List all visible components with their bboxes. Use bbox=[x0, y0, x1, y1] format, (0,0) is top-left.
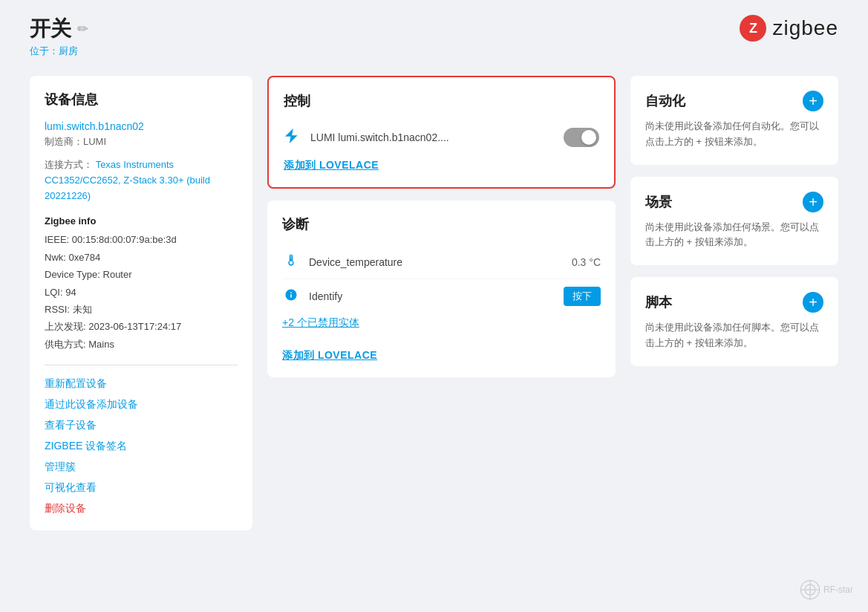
rssi-row: RSSI: 未知 bbox=[45, 301, 238, 318]
toggle-track bbox=[564, 128, 599, 147]
power-source-row: 供电方式: Mains bbox=[45, 336, 238, 353]
manage-clusters-link[interactable]: 管理簇 bbox=[45, 460, 238, 474]
view-children-link[interactable]: 查看子设备 bbox=[45, 419, 238, 432]
ieee-row: IEEE: 00:15:8d:00:07:9a:be:3d bbox=[45, 231, 238, 248]
automation-card-header: 自动化 + bbox=[645, 91, 823, 111]
identify-button[interactable]: 按下 bbox=[564, 287, 601, 306]
watermark-text: RF-star bbox=[823, 585, 853, 595]
control-title: 控制 bbox=[284, 92, 599, 110]
disabled-entities-link[interactable]: +2 个已禁用实体 bbox=[282, 316, 601, 330]
right-panel: 自动化 + 尚未使用此设备添加任何自动化。您可以点击上方的 + 按钮来添加。 场… bbox=[630, 76, 838, 366]
identify-row: Identify 按下 bbox=[282, 279, 601, 313]
rfstar-icon bbox=[800, 579, 820, 600]
device-info-card: 设备信息 lumi.switch.b1nacn02 制造商：LUMI 连接方式：… bbox=[30, 76, 252, 530]
zigbee-signature-link[interactable]: ZIGBEE 设备签名 bbox=[45, 440, 238, 453]
main-layout: 设备信息 lumi.switch.b1nacn02 制造商：LUMI 连接方式：… bbox=[30, 76, 838, 530]
visualize-link[interactable]: 可视化查看 bbox=[45, 481, 238, 495]
add-script-button[interactable]: + bbox=[803, 292, 823, 313]
toggle-switch[interactable] bbox=[564, 128, 599, 147]
reconfigure-link[interactable]: 重新配置设备 bbox=[45, 377, 238, 391]
scene-card: 场景 + 尚未使用此设备添加任何场景。您可以点击上方的 + 按钮来添加。 bbox=[630, 177, 838, 266]
control-switch-label: LUMI lumi.switch.b1nacn02.... bbox=[310, 131, 555, 143]
control-card: 控制 LUMI lumi.switch.b1nacn02.... 添加到 LOV… bbox=[267, 76, 616, 189]
identify-icon bbox=[282, 288, 300, 305]
lqi-row: LQI: 94 bbox=[45, 284, 238, 301]
add-automation-button[interactable]: + bbox=[803, 91, 823, 111]
thermometer-icon bbox=[282, 253, 300, 271]
last-seen-row: 上次发现: 2023-06-13T17:24:17 bbox=[45, 318, 238, 335]
delete-device-link[interactable]: 删除设备 bbox=[45, 502, 238, 515]
automation-description: 尚未使用此设备添加任何自动化。您可以点击上方的 + 按钮来添加。 bbox=[645, 119, 823, 150]
zigbee-logo: Z zigbee bbox=[740, 15, 838, 42]
script-card: 脚本 + 尚未使用此设备添加任何脚本。您可以点击上方的 + 按钮来添加。 bbox=[630, 277, 838, 366]
automation-title: 自动化 bbox=[645, 92, 685, 110]
scene-card-header: 场景 + bbox=[645, 192, 823, 212]
control-row: LUMI lumi.switch.b1nacn02.... bbox=[284, 122, 599, 153]
zigbee-brand-text: zigbee bbox=[772, 16, 838, 40]
add-lovelace-control-link[interactable]: 添加到 LOVELACE bbox=[284, 159, 379, 172]
divider bbox=[45, 365, 238, 365]
device-type-row: Device Type: Router bbox=[45, 266, 238, 283]
add-scene-button[interactable]: + bbox=[803, 192, 823, 212]
script-card-header: 脚本 + bbox=[645, 292, 823, 313]
script-title: 脚本 bbox=[645, 293, 672, 311]
scene-title: 场景 bbox=[645, 193, 672, 211]
page-title: 开关 bbox=[30, 15, 71, 43]
connection-info: 连接方式： Texas Instruments CC1352/CC2652, Z… bbox=[45, 157, 238, 204]
script-description: 尚未使用此设备添加任何脚本。您可以点击上方的 + 按钮来添加。 bbox=[645, 320, 823, 351]
middle-panel: 控制 LUMI lumi.switch.b1nacn02.... 添加到 LOV… bbox=[267, 76, 616, 377]
add-lovelace-diag-link[interactable]: 添加到 LOVELACE bbox=[282, 349, 377, 362]
automation-card: 自动化 + 尚未使用此设备添加任何自动化。您可以点击上方的 + 按钮来添加。 bbox=[630, 76, 838, 165]
action-links: 重新配置设备 通过此设备添加设备 查看子设备 ZIGBEE 设备签名 管理簇 可… bbox=[45, 377, 238, 515]
temperature-row: Device_temperature 0.3 °C bbox=[282, 245, 601, 279]
manufacturer-line: 制造商：LUMI bbox=[45, 135, 238, 149]
edit-icon[interactable]: ✏ bbox=[77, 21, 88, 37]
device-model: lumi.switch.b1nacn02 bbox=[45, 120, 238, 132]
zigbee-logo-circle: Z bbox=[740, 15, 766, 42]
page-header: 开关 ✏ 位于：厨房 Z zigbee bbox=[30, 15, 838, 58]
temperature-label: Device_temperature bbox=[309, 256, 563, 268]
title-area: 开关 ✏ 位于：厨房 bbox=[30, 15, 88, 58]
lightning-icon bbox=[284, 128, 301, 147]
zigbee-info-label: Zigbee info bbox=[45, 215, 238, 227]
identify-label: Identify bbox=[309, 290, 555, 302]
diagnostics-card: 诊断 Device_temperature 0.3 °C Identify 按下… bbox=[267, 201, 616, 377]
page-subtitle: 位于：厨房 bbox=[30, 45, 88, 58]
temperature-value: 0.3 °C bbox=[572, 256, 601, 268]
diagnostics-title: 诊断 bbox=[282, 215, 601, 233]
device-info-title: 设备信息 bbox=[45, 91, 238, 108]
watermark: RF-star bbox=[800, 579, 853, 600]
scene-description: 尚未使用此设备添加任何场景。您可以点击上方的 + 按钮来添加。 bbox=[645, 220, 823, 251]
nwk-row: Nwk: 0xe784 bbox=[45, 249, 238, 266]
toggle-thumb bbox=[581, 130, 596, 145]
add-via-device-link[interactable]: 通过此设备添加设备 bbox=[45, 398, 238, 411]
